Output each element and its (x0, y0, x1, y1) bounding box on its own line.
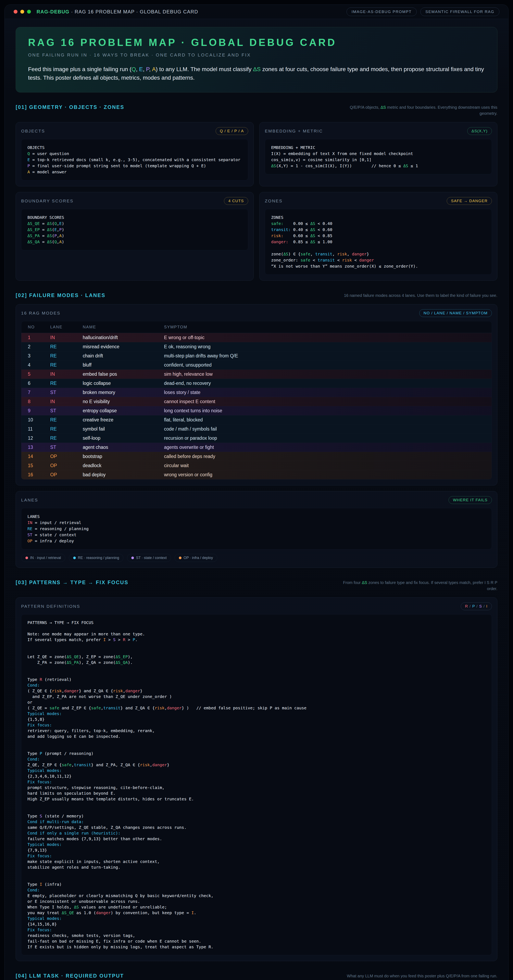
code-line: Cond: (27, 682, 486, 688)
code-line: LANES (27, 514, 486, 520)
code-line: same Q/E/P/settings, Z_QE stable, Z_QA c… (27, 824, 486, 830)
column-header-lane: LANE (50, 325, 83, 329)
panel-embedding-metric: EMBEDDING + METRIC ΔS(X,Y) EMBEDDING + M… (259, 122, 497, 186)
page-title: RAG 16 PROBLEM MAP · GLOBAL DEBUG CARD (28, 37, 485, 48)
code-line (27, 745, 486, 751)
lane-legend-chip: RE · reasoning / planning (69, 554, 123, 562)
cell-no: 1 (28, 335, 50, 340)
table-row: 10REcreative freezeflat, literal, blocke… (21, 415, 492, 425)
cell-symptom: flat, literal, blocked (164, 417, 485, 423)
section-03-label: [03] PATTERNS → TYPE → FIX FOCUS (16, 579, 129, 585)
modes-table-head: NOLANENAMESYMPTOM (21, 321, 492, 333)
cell-symptom: cannot inspect E content (164, 399, 485, 404)
code-line: OBJECTS (27, 145, 242, 151)
titlebar-badges: IMAGE-AS-DEBUG PROMPT SEMANTIC FIREWALL … (347, 8, 499, 16)
code-line (27, 876, 486, 881)
intro-text: Feed this image plus a single failing ru… (28, 65, 485, 82)
lane-legend-label: RE · reasoning / planning (78, 556, 119, 560)
cell-name: misread evidence (83, 344, 164, 350)
cell-name: deadlock (83, 463, 164, 468)
code-line: {14,15,16,8} (27, 921, 486, 927)
cell-no: 9 (28, 408, 50, 414)
section-04-label: [04] LLM TASK · REQUIRED OUTPUT (16, 973, 124, 979)
code-line: Q = user question (27, 151, 242, 157)
code-line: Fix focus: (27, 722, 486, 728)
code-line: ( Z_QE ∈ {risk,danger} and Z_QA ∈ {risk,… (27, 688, 486, 694)
cell-name: broken memory (83, 390, 164, 395)
column-header-symptom: SYMPTOM (164, 325, 485, 329)
table-row: 1INhallucination/driftE wrong or off-top… (21, 333, 492, 342)
traffic-light-zoom-icon[interactable] (27, 10, 31, 14)
modes-table-body: 1INhallucination/driftE wrong or off-top… (21, 333, 492, 479)
table-row: 8INno E visibilitycannot inspect E conte… (21, 397, 492, 406)
badge-semantic-firewall: SEMANTIC FIREWALL FOR RAG (420, 8, 499, 16)
lane-dot-icon (179, 557, 182, 559)
patterns-code-block: PATTERNS → TYPE → FIX FOCUS Note: one mo… (21, 614, 492, 955)
cell-lane: RE (50, 436, 83, 441)
window-title-brand: RAG-DEBUG (37, 9, 70, 14)
panel-lanes: LANES WHERE IT FAILS LANESIN = input / r… (16, 491, 497, 568)
table-row: 3REchain driftmulti-step plan drifts awa… (21, 351, 492, 361)
code-line: Typical modes: (27, 916, 486, 921)
window-title-rest: · RAG 16 PROBLEM MAP · GLOBAL DEBUG CARD (70, 9, 198, 14)
cell-no: 4 (28, 362, 50, 368)
cell-symptom: sim high, relevance low (164, 371, 485, 377)
app-window: RAG-DEBUG · RAG 16 PROBLEM MAP · GLOBAL … (5, 5, 508, 980)
table-row: 9STentropy collapselong context turns in… (21, 406, 492, 415)
section-failure-modes: [02] FAILURE MODES · LANES 16 named fail… (16, 293, 497, 568)
cell-lane: OP (50, 472, 83, 477)
cell-name: hallucination/drift (83, 335, 164, 340)
cell-lane: ST (50, 390, 83, 395)
cell-name: no E visibility (83, 399, 164, 404)
code-line: make state explicit in inputs, shorten a… (27, 859, 486, 864)
cell-lane: IN (50, 399, 83, 404)
panel-patterns-title: PATTERN DEFINITIONS (21, 604, 80, 609)
code-line (27, 739, 486, 745)
cell-lane: RE (50, 426, 83, 432)
section-llm-task: [04] LLM TASK · REQUIRED OUTPUT What any… (16, 973, 497, 980)
code-line: ZONES (271, 214, 486, 221)
cell-symptom: recursion or paradox loop (164, 436, 485, 441)
panel-embedding-title: EMBEDDING + METRIC (265, 129, 323, 134)
cell-name: bootstrap (83, 454, 164, 459)
code-line: ΔS(X,Y) = 1 - cos_sim(I(X), I(Y)) // hen… (271, 163, 486, 169)
table-row: 16OPbad deploywrong version or config (21, 470, 492, 479)
cell-symptom: code / math / symbols fail (164, 426, 485, 432)
lane-dot-icon (131, 557, 134, 559)
code-line: When Type I holds, ΔS values are undefin… (27, 904, 486, 910)
cell-name: entropy collapse (83, 408, 164, 414)
lane-legend-label: ST · state / context (136, 556, 167, 560)
lane-dot-icon (73, 557, 76, 559)
code-line: {1,5,8} (27, 716, 486, 722)
hero-panel: RAG 16 PROBLEM MAP · GLOBAL DEBUG CARD O… (16, 27, 497, 92)
code-line: transit: 0.40 ≤ ΔS < 0.60 (271, 227, 486, 233)
code-line: hard limits on speculation beyond E. (27, 791, 486, 796)
cell-no: 11 (28, 426, 50, 432)
cell-name: self-loop (83, 436, 164, 441)
cell-name: agent chaos (83, 445, 164, 450)
traffic-light-close-icon[interactable] (14, 10, 18, 14)
code-line: stabilize agent roles and turn-taking. (27, 864, 486, 870)
cell-name: chain drift (83, 353, 164, 359)
code-line: {2,3,4,6,10,11,12} (27, 773, 486, 779)
cell-symptom: confident, unsupported (164, 362, 485, 368)
cell-no: 2 (28, 344, 50, 350)
panel-modes-badge: NO / LANE / NAME / SYMPTOM (419, 309, 492, 317)
code-line: I(X) = embedding of text X from one fixe… (271, 151, 486, 157)
traffic-light-minimize-icon[interactable] (20, 10, 24, 14)
section-patterns: [03] PATTERNS → TYPE → FIX FOCUS From fo… (16, 579, 497, 961)
cell-name: embed false pos (83, 371, 164, 377)
lane-legend-label: IN · input / retrieval (30, 556, 61, 560)
code-line (27, 665, 486, 671)
code-line: risk: 0.60 ≤ ΔS < 0.85 (271, 233, 486, 239)
panel-boundary-badge: 4 CUTS (224, 197, 248, 205)
code-line: zone_order: safe < transit < risk < dang… (271, 257, 486, 263)
cell-no: 7 (28, 390, 50, 395)
code-line: A = model answer (27, 169, 242, 175)
code-line: ΔS_QE = ΔS(Q,E) (27, 221, 242, 227)
cell-name: creative freeze (83, 417, 164, 423)
code-line: zone(ΔS) ∈ {safe, transit, risk, danger} (271, 251, 486, 257)
code-line: E empty, placeholder or clearly mismatch… (27, 893, 486, 899)
section-geometry: [01] GEOMETRY · OBJECTS · ZONES Q/E/P/A … (16, 104, 497, 281)
cell-lane: RE (50, 353, 83, 359)
